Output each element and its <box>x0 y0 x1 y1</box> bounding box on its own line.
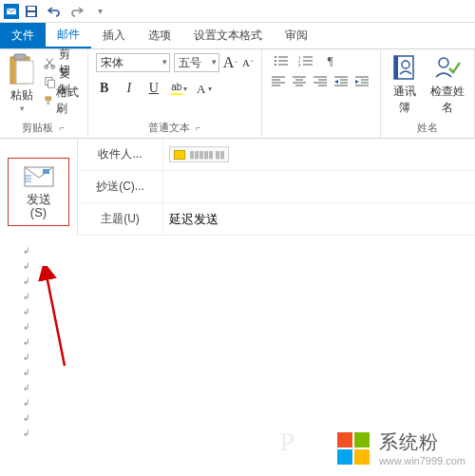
svg-point-13 <box>275 56 276 58</box>
svg-point-7 <box>45 66 48 69</box>
font-size-combo[interactable]: 五号▾ <box>174 53 219 72</box>
svg-rect-11 <box>46 97 50 100</box>
pilcrow-button[interactable]: ¶ <box>321 53 340 68</box>
copy-icon <box>44 75 55 88</box>
recipient-flag-icon <box>174 150 185 160</box>
tab-format-text[interactable]: 设置文本格式 <box>182 23 274 48</box>
check-names-icon <box>433 53 462 82</box>
svg-text:3: 3 <box>298 63 301 67</box>
watermark: 系统粉 www.win7999.com <box>337 429 466 466</box>
undo-icon[interactable] <box>44 2 65 21</box>
tab-review[interactable]: 审阅 <box>274 23 319 48</box>
shrink-font-button[interactable]: Aˇ <box>241 57 254 68</box>
svg-rect-46 <box>394 56 398 79</box>
address-book-icon <box>390 53 419 82</box>
svg-point-8 <box>51 66 55 69</box>
align-right-button[interactable] <box>314 76 329 89</box>
svg-rect-10 <box>48 80 54 87</box>
paragraph-mark: ↲ <box>23 350 467 365</box>
font-name-combo[interactable]: 宋体▾ <box>96 53 170 72</box>
tab-mail[interactable]: 邮件 <box>46 23 91 48</box>
save-icon[interactable] <box>21 2 42 21</box>
paragraph-mark: ↲ <box>23 334 467 350</box>
paragraph-mark: ↲ <box>23 258 467 274</box>
svg-rect-6 <box>16 61 33 84</box>
bold-button[interactable]: B <box>96 80 113 97</box>
font-dialog-launcher-icon[interactable]: ⌐ <box>196 123 201 133</box>
paragraph-mark: ↲ <box>23 274 467 289</box>
qat-customize-icon[interactable]: ▾ <box>89 2 110 21</box>
clipboard-dialog-launcher-icon[interactable]: ⌐ <box>59 123 65 133</box>
paste-icon[interactable] <box>8 53 36 86</box>
svg-rect-2 <box>28 7 35 10</box>
paragraph-mark: ↲ <box>23 319 467 334</box>
svg-rect-50 <box>43 169 49 174</box>
scissors-icon <box>44 56 55 69</box>
paragraph-mark: ↲ <box>23 289 467 304</box>
font-group-label: 普通文本 <box>148 121 190 135</box>
clipboard-group-label: 剪贴板 <box>22 121 53 135</box>
subject-label: 主题(U) <box>78 203 163 235</box>
paragraph-mark: ↲ <box>23 380 467 395</box>
address-book-button[interactable]: 通讯簿 <box>385 51 425 119</box>
paragraph-mark: ↲ <box>23 304 467 319</box>
windows-logo-icon <box>337 432 370 465</box>
bullets-button[interactable] <box>272 53 291 68</box>
numbering-button[interactable]: 123 <box>296 53 315 68</box>
address-book-label: 通讯簿 <box>390 84 419 116</box>
watermark-url: www.win7999.com <box>379 455 466 466</box>
paragraph-mark: ↲ <box>23 243 467 258</box>
tab-file[interactable]: 文件 <box>0 23 46 48</box>
paragraph-mark: ↲ <box>23 395 467 410</box>
align-center-button[interactable] <box>293 76 308 89</box>
highlight-button[interactable]: ab▾ <box>170 82 187 95</box>
to-button[interactable]: 收件人... <box>78 139 163 170</box>
svg-rect-12 <box>47 100 49 105</box>
increase-indent-button[interactable] <box>355 76 370 89</box>
subject-input[interactable] <box>169 212 469 226</box>
svg-rect-3 <box>28 12 35 16</box>
format-painter-label: 格式刷 <box>56 85 79 117</box>
app-mini-icon <box>4 4 19 19</box>
tab-insert[interactable]: 插入 <box>91 23 137 48</box>
paste-button-label[interactable]: 粘贴 <box>10 87 33 104</box>
format-painter-icon <box>44 94 52 107</box>
paragraph-mark: ↲ <box>23 410 467 426</box>
underline-button[interactable]: U <box>145 80 162 97</box>
paragraph-mark: ↲ <box>23 365 467 380</box>
check-names-button[interactable]: 检查姓名 <box>425 51 470 119</box>
svg-rect-5 <box>14 54 26 60</box>
grow-font-button[interactable]: Aˆ <box>223 54 238 71</box>
names-group-label: 姓名 <box>417 121 438 135</box>
cc-button[interactable]: 抄送(C)... <box>78 171 163 202</box>
send-button[interactable]: 发送 (S) <box>8 158 69 226</box>
svg-point-17 <box>275 64 276 66</box>
send-label-line1: 发送 <box>9 193 68 206</box>
font-color-button[interactable]: A▾ <box>195 82 212 95</box>
italic-button[interactable]: I <box>121 80 138 97</box>
send-label-line2: (S) <box>9 206 68 219</box>
check-names-label: 检查姓名 <box>430 84 465 116</box>
format-painter-button[interactable]: 格式刷 <box>40 91 84 110</box>
align-left-button[interactable] <box>272 76 287 89</box>
tab-options[interactable]: 选项 <box>137 23 182 48</box>
recipient-name-blurred: ▮▮▮▮▮ ▮▮ <box>189 148 224 161</box>
redo-icon[interactable] <box>66 2 87 21</box>
message-body[interactable]: ↲ ↲ ↲ ↲ ↲ ↲ ↲ ↲ ↲ ↲ ↲ ↲ ↲ <box>0 236 475 445</box>
decrease-indent-button[interactable] <box>334 76 350 89</box>
watermark-text: 系统粉 <box>379 429 466 455</box>
watermark-p: P <box>279 427 294 457</box>
to-field[interactable]: ▮▮▮▮▮ ▮▮ <box>163 139 475 170</box>
cc-field[interactable] <box>163 171 475 202</box>
envelope-icon <box>24 166 54 187</box>
svg-point-15 <box>275 60 276 62</box>
recipient-chip[interactable]: ▮▮▮▮▮ ▮▮ <box>169 146 229 162</box>
svg-point-48 <box>439 58 448 67</box>
